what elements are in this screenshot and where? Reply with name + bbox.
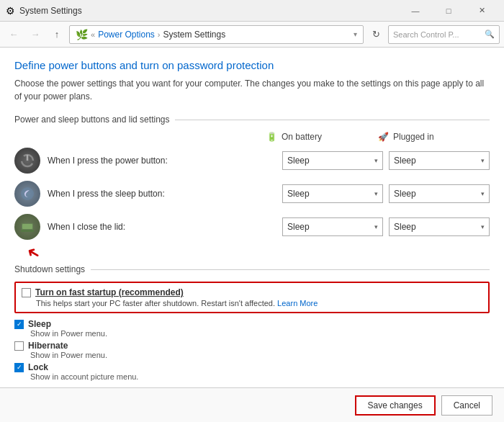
hibernate-checkbox-label: Hibernate [28,341,68,351]
address-field[interactable]: 🌿 « Power Options › System Settings ▾ [69,25,364,44]
svg-rect-4 [22,224,32,229]
sleep-checkbox-label: Sleep [28,319,51,329]
minimize-button[interactable]: — [399,0,432,22]
lid-plugged-dropdown[interactable]: Sleep ▾ [389,217,490,236]
window-title: System Settings [19,6,399,16]
power-button-row: When I press the power button: Sleep ▾ S… [14,148,490,174]
section-divider [175,120,490,120]
power-button-plugged-value: Sleep [394,156,416,166]
plugged-icon: 🚀 [378,132,389,142]
sleep-button-row: When I press the sleep button: Sleep ▾ S… [14,181,490,207]
breadcrumb-sep1: « [91,30,95,39]
address-bar: ← → ↑ 🌿 « Power Options › System Setting… [0,22,504,48]
back-button[interactable]: ← [4,25,23,44]
power-icon-svg [19,153,35,169]
power-button-battery-value: Sleep [287,156,310,166]
title-bar: ⚙ System Settings — □ ✕ [0,0,504,22]
fast-startup-learn-more-link[interactable]: Learn More [277,299,318,307]
close-button[interactable]: ✕ [465,0,498,22]
sleep-checkbox-row: Sleep [14,319,490,329]
sleep-checkbox-item: Sleep Show in Power menu. [14,319,490,338]
app-icon: ⚙ [6,5,15,17]
search-placeholder: Search Control P... [393,30,485,39]
shutdown-section: Shutdown settings Turn on fast startup (… [14,264,490,381]
sleep-button-label: When I press the sleep button: [48,189,282,199]
lock-checkbox[interactable] [14,363,24,372]
lid-dropdowns: Sleep ▾ Sleep ▾ [282,217,490,236]
power-button-dropdowns: Sleep ▾ Sleep ▾ [282,151,490,170]
main-content: Define power buttons and turn on passwor… [0,48,504,387]
arrow-annotation: ➜ [14,247,490,261]
forward-button[interactable]: → [26,25,45,44]
window-controls: — □ ✕ [399,0,498,22]
lock-checkbox-item: Lock Show in account picture menu. [14,362,490,381]
lock-checkbox-label: Lock [28,362,48,372]
hibernate-checkbox-desc: Show in Power menu. [30,351,490,359]
address-dropdown-arrow[interactable]: ▾ [354,30,357,38]
fast-startup-desc-text: This helps start your PC faster after sh… [36,299,275,307]
sleep-button-plugged-arrow: ▾ [481,190,485,197]
fast-startup-label: Turn on fast startup (recommended) [35,287,184,297]
battery-label: On battery [282,132,322,142]
power-button-label: When I press the power button: [48,156,282,166]
svg-point-2 [21,187,34,200]
search-box[interactable]: Search Control P... 🔍 [388,25,500,44]
sleep-checkbox[interactable] [14,320,24,329]
sleep-icon-svg [19,186,35,202]
page-title: Define power buttons and turn on passwor… [14,59,490,71]
battery-col-header: 🔋 On battery [266,132,378,142]
shutdown-section-line [91,269,490,270]
power-button-battery-dropdown[interactable]: Sleep ▾ [282,151,383,170]
shutdown-section-label: Shutdown settings [14,264,85,274]
lid-plugged-value: Sleep [394,222,416,232]
fast-startup-description: This helps start your PC faster after sh… [36,299,482,307]
sleep-button-battery-arrow: ▾ [374,190,378,197]
save-changes-button[interactable]: Save changes [355,395,436,416]
power-button-plugged-dropdown[interactable]: Sleep ▾ [389,151,490,170]
fast-startup-row: Turn on fast startup (recommended) [22,287,482,297]
sleep-button-icon [14,181,40,207]
lid-battery-dropdown[interactable]: Sleep ▾ [282,217,383,236]
breadcrumb-power-options[interactable]: Power Options [98,30,155,40]
battery-headers: 🔋 On battery 🚀 Plugged in [14,132,490,142]
lid-plugged-arrow: ▾ [481,223,485,230]
section-buttons-header: Power and sleep buttons and lid settings [14,115,490,125]
sleep-checkbox-desc: Show in Power menu. [30,329,490,338]
lid-icon-svg [19,219,35,235]
hibernate-checkbox[interactable] [14,341,24,351]
fast-startup-box: Turn on fast startup (recommended) This … [14,282,490,313]
breadcrumb: 🌿 « Power Options › System Settings [76,29,351,40]
sleep-button-plugged-value: Sleep [394,189,416,199]
lid-label: When I close the lid: [48,222,282,232]
lid-battery-value: Sleep [287,222,310,232]
plugged-label: Plugged in [393,132,434,142]
hibernate-checkbox-item: Hibernate Show in Power menu. [14,341,490,359]
sleep-button-dropdowns: Sleep ▾ Sleep ▾ [282,184,490,203]
plugged-col-header: 🚀 Plugged in [378,132,490,142]
sleep-button-battery-value: Sleep [287,189,310,199]
lid-battery-arrow: ▾ [374,223,378,230]
sleep-button-plugged-dropdown[interactable]: Sleep ▾ [389,184,490,203]
fast-startup-checkbox[interactable] [22,288,31,297]
maximize-button[interactable]: □ [432,0,465,22]
cancel-button[interactable]: Cancel [441,395,492,416]
power-button-plugged-arrow: ▾ [481,157,485,164]
hibernate-checkbox-row: Hibernate [14,341,490,351]
bottom-bar: Save changes Cancel [0,387,504,422]
page-description: Choose the power settings that you want … [14,77,490,103]
breadcrumb-icon: 🌿 [76,29,88,40]
battery-icon: 🔋 [266,132,277,142]
up-button[interactable]: ↑ [48,25,66,44]
breadcrumb-arrow: › [158,30,161,39]
lock-checkbox-row: Lock [14,362,490,372]
breadcrumb-current: System Settings [163,30,226,40]
lid-icon [14,214,40,240]
lock-checkbox-desc: Show in account picture menu. [30,372,490,381]
shutdown-section-header: Shutdown settings [14,264,490,274]
svg-rect-5 [21,230,34,232]
sleep-button-battery-dropdown[interactable]: Sleep ▾ [282,184,383,203]
red-arrow-icon: ➜ [24,241,45,264]
lid-row: When I close the lid: Sleep ▾ Sleep ▾ [14,214,490,240]
search-icon: 🔍 [485,30,495,39]
refresh-button[interactable]: ↻ [366,25,385,44]
